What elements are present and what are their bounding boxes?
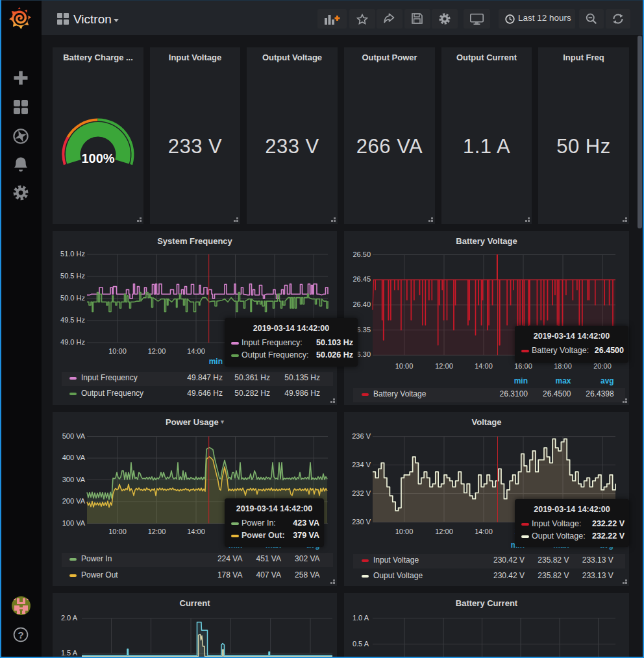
svg-text:?: ? [18, 629, 23, 640]
